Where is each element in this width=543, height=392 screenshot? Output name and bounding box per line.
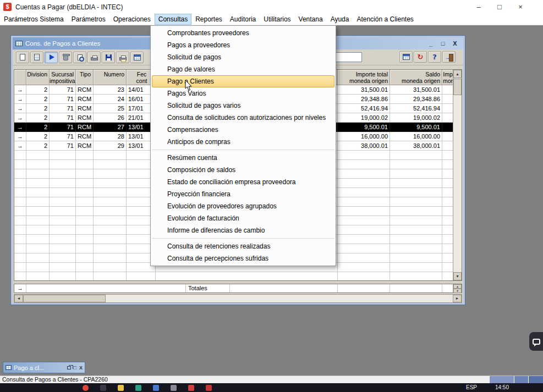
- taskbar-app-icon[interactable]: [171, 385, 177, 391]
- cell-division[interactable]: 2: [26, 141, 50, 151]
- taskbar-app-icon[interactable]: [206, 385, 212, 391]
- grid-header-numero[interactable]: Numero: [94, 70, 127, 85]
- menubar-item-operaciones[interactable]: Operaciones: [109, 14, 155, 25]
- menu-item-proyeccion-financiera[interactable]: Proyección financiera: [151, 188, 336, 200]
- grid-header-division[interactable]: Division: [26, 70, 50, 85]
- menubar-item-ventana[interactable]: Ventana: [295, 14, 327, 25]
- scroll-down-button[interactable]: ▼: [453, 272, 462, 280]
- menu-item-consulta-percepciones[interactable]: Consulta de percepciones sufridas: [151, 252, 336, 264]
- menubar-item-auditoria[interactable]: Auditoria: [226, 14, 260, 25]
- menu-item-compensaciones[interactable]: Compensaciones: [151, 124, 336, 136]
- preview-button[interactable]: [73, 52, 86, 63]
- cell-tipo[interactable]: RCM: [76, 141, 94, 151]
- cell-division[interactable]: 2: [26, 113, 50, 123]
- cell-saldo[interactable]: 31,500.01: [390, 85, 442, 95]
- scroll-left-button[interactable]: ◄: [14, 295, 23, 302]
- menu-item-evolucion-proveedores[interactable]: Evolución de proveedores agrupados: [151, 200, 336, 212]
- grid-header-tipo[interactable]: Tipo: [76, 70, 94, 85]
- cell-numero[interactable]: 29: [94, 141, 127, 151]
- cell-numero[interactable]: 26: [94, 113, 127, 123]
- cell-sucursal[interactable]: 71: [50, 132, 76, 141]
- refresh-button[interactable]: ↻: [414, 51, 427, 63]
- print-setup-button[interactable]: [116, 52, 129, 63]
- taskbar-app-icon[interactable]: [135, 385, 141, 391]
- menubar-item-reportes[interactable]: Reportes: [191, 14, 226, 25]
- cell-sucursal[interactable]: 71: [50, 113, 76, 123]
- cell-importe[interactable]: 16,000.00: [338, 132, 390, 141]
- menu-item-anticipos-de-compras[interactable]: Anticipos de compras: [151, 136, 336, 148]
- cell-tipo[interactable]: RCM: [76, 123, 94, 132]
- vertical-scrollbar[interactable]: ▲ ▼: [453, 70, 462, 280]
- new-record-button[interactable]: [16, 52, 29, 63]
- menubar-item-atencion-a-clientes[interactable]: Atención a Clientes: [353, 14, 417, 25]
- menu-item-consulta-retenciones[interactable]: Consulta de retenciones realizadas: [151, 240, 336, 252]
- cell-sucursal[interactable]: 71: [50, 95, 76, 104]
- taskbar-app-icon[interactable]: [153, 385, 159, 391]
- menubar-item-utilitarios[interactable]: Utilitarios: [260, 14, 294, 25]
- cell-numero[interactable]: 25: [94, 104, 127, 113]
- taskbar-app-icon[interactable]: [83, 385, 89, 391]
- scroll-up-button[interactable]: ▲: [453, 70, 462, 78]
- menubar-item-consultas[interactable]: Consultas: [155, 14, 191, 25]
- cell-numero[interactable]: 28: [94, 132, 127, 141]
- grid-header-imp[interactable]: Imp mor: [442, 70, 454, 85]
- minimize-button[interactable]: –: [468, 0, 489, 14]
- taskbar-app-icon[interactable]: [188, 385, 194, 391]
- menu-item-pagos-a-proveedores[interactable]: Pagos a proveedores: [151, 39, 336, 51]
- table-button[interactable]: [399, 51, 413, 63]
- cell-saldo[interactable]: 52,416.94: [390, 104, 442, 113]
- menu-item-pago-de-valores[interactable]: Pago de valores: [151, 63, 336, 75]
- menu-item-resumen-cuenta[interactable]: Resúmen cuenta: [151, 152, 336, 164]
- cell-importe[interactable]: 52,416.94: [338, 104, 390, 113]
- menu-item-pago-a-clientes[interactable]: Pago a Clientes: [152, 75, 334, 87]
- minimized-window-pago-a-clientes[interactable]: Pago a cl... □ X: [3, 362, 85, 373]
- cell-saldo[interactable]: 19,000.02: [390, 113, 442, 123]
- cell-sucursal[interactable]: 71: [50, 141, 76, 151]
- close-button[interactable]: X: [79, 364, 83, 372]
- cell-tipo[interactable]: RCM: [76, 95, 94, 104]
- cell-saldo[interactable]: 38,000.01: [390, 141, 442, 151]
- menu-item-evolucion-facturacion[interactable]: Evolución de facturación: [151, 212, 336, 224]
- floating-chat-widget[interactable]: [529, 332, 543, 351]
- taskbar-app-icon[interactable]: [100, 385, 106, 391]
- menu-item-consulta-solicitudes-autorizaciones[interactable]: Consulta de solicitudes con autorizacion…: [151, 112, 336, 124]
- cell-sucursal[interactable]: 71: [50, 104, 76, 113]
- menubar-item-parametros[interactable]: Parámetros: [68, 14, 109, 25]
- menubar-item-parametros-sistema[interactable]: Parámetros Sistema: [0, 14, 68, 25]
- child-close-button[interactable]: X: [449, 38, 460, 48]
- maximize-button[interactable]: □: [74, 364, 76, 372]
- cell-tipo[interactable]: RCM: [76, 85, 94, 95]
- menu-item-informe-diferencias-cambio[interactable]: Informe de diferencias de cambio: [151, 224, 336, 236]
- grid-header-saldo[interactable]: Saldo moneda origen: [390, 70, 442, 85]
- maximize-button[interactable]: □: [489, 0, 510, 14]
- cell-division[interactable]: 2: [26, 123, 50, 132]
- horizontal-scroll-track[interactable]: [23, 295, 453, 302]
- horizontal-scroll-thumb[interactable]: [23, 295, 106, 302]
- horizontal-scrollbar[interactable]: ◄ ►: [14, 294, 462, 303]
- cell-importe[interactable]: 38,000.01: [338, 141, 390, 151]
- close-button[interactable]: ×: [510, 0, 531, 14]
- taskbar-app-icon[interactable]: [118, 385, 124, 391]
- cell-importe[interactable]: 31,500.01: [338, 85, 390, 95]
- delete-record-button[interactable]: [59, 52, 72, 63]
- child-minimize-button[interactable]: _: [425, 38, 436, 48]
- menubar-item-ayuda[interactable]: Ayuda: [327, 14, 353, 25]
- edit-record-button[interactable]: [30, 52, 43, 63]
- cell-saldo[interactable]: 9,500.01: [390, 123, 442, 132]
- print-button[interactable]: [87, 52, 101, 63]
- cell-division[interactable]: 2: [26, 104, 50, 113]
- cell-importe[interactable]: 29,348.86: [338, 95, 390, 104]
- cell-division[interactable]: 2: [26, 132, 50, 141]
- menu-item-solicitud-de-pagos[interactable]: Solicitud de pagos: [151, 51, 336, 63]
- cell-saldo[interactable]: 29,348.86: [390, 95, 442, 104]
- cell-sucursal[interactable]: 71: [50, 123, 76, 132]
- child-maximize-button[interactable]: □: [437, 38, 448, 48]
- cell-numero[interactable]: 23: [94, 85, 127, 95]
- cell-tipo[interactable]: RCM: [76, 104, 94, 113]
- cell-tipo[interactable]: RCM: [76, 132, 94, 141]
- vertical-scroll-thumb[interactable]: [453, 79, 462, 95]
- grid-view-button[interactable]: [130, 52, 144, 63]
- menu-item-solicitud-de-pagos-varios[interactable]: Solicitud de pagos varios: [151, 100, 336, 112]
- execute-query-button[interactable]: [45, 52, 58, 63]
- taskbar-language-indicator[interactable]: ESP: [466, 384, 477, 390]
